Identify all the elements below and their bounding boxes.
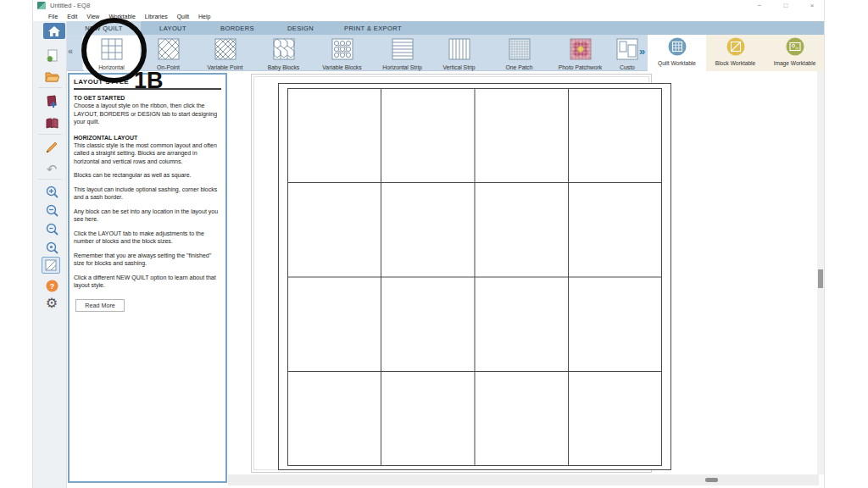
layout-one-patch-button[interactable]: One Patch	[491, 36, 548, 70]
menu-libraries[interactable]: Libraries	[145, 14, 168, 19]
layout-label: On-Point	[140, 64, 197, 70]
tab-print-export[interactable]: PRINT & EXPORT	[331, 21, 415, 35]
panel-title: LAYOUT STYLE	[74, 78, 221, 90]
layout-variable-blocks-button[interactable]: Variable Blocks	[314, 36, 370, 70]
menu-help[interactable]: Help	[198, 14, 210, 19]
panel-paragraph: Click a different NEW QUILT option to le…	[74, 274, 221, 290]
layout-label: Horizontal	[83, 64, 140, 70]
layout-label: Variable Blocks	[314, 64, 370, 70]
fine-grid-icon	[509, 38, 531, 60]
undo-button[interactable]: ↶	[44, 161, 59, 176]
zoom-in-icon	[46, 186, 58, 198]
tab-borders[interactable]: BORDERS	[205, 21, 270, 35]
left-toolbar: ↶	[33, 21, 67, 488]
toolbar-separator	[38, 179, 62, 180]
new-project-button[interactable]	[44, 48, 59, 64]
edit-tool-button[interactable]	[44, 140, 59, 155]
tab-design[interactable]: DESIGN	[270, 21, 331, 35]
horizontal-scrollbar[interactable]	[228, 474, 819, 485]
layout-label: Custo	[614, 64, 641, 70]
open-project-button[interactable]	[44, 69, 59, 85]
grid-3x3-icon	[101, 38, 123, 60]
gear-icon: ⚙	[46, 297, 58, 310]
horizontal-scrollbar-thumb[interactable]	[705, 478, 718, 482]
diagonal-lattice-icon	[158, 38, 180, 60]
block-worktable-button[interactable]: Block Worktable	[706, 35, 765, 71]
ribbon-tab-strip: NEW QUILT LAYOUT BORDERS DESIGN PRINT & …	[67, 21, 824, 35]
layout-baby-blocks-button[interactable]: Baby Blocks	[255, 36, 312, 70]
vertical-lines-icon	[448, 38, 470, 60]
menu-file[interactable]: File	[48, 14, 58, 19]
zoom-out-button[interactable]	[44, 202, 59, 218]
diamond-lattice-icon	[214, 38, 236, 60]
close-button[interactable]: ×	[807, 0, 817, 11]
vertical-scrollbar-thumb[interactable]	[818, 269, 823, 288]
quilt-worktable-icon	[667, 36, 687, 57]
panel-paragraph: Click the LAYOUT tab to make adjustments…	[74, 230, 221, 246]
window-controls: − □ ×	[754, 0, 817, 11]
panel-paragraph: Choose a layout style on the ribbon, the…	[74, 102, 221, 126]
quilt-canvas[interactable]	[228, 71, 819, 474]
view-sketchbook-button[interactable]	[44, 116, 59, 131]
zoom-out-alt-button[interactable]	[44, 221, 59, 236]
layout-horizontal-strip-button[interactable]: Horizontal Strip	[374, 36, 431, 70]
layout-label: Baby Blocks	[255, 64, 312, 70]
layout-label: Photo Patchwork	[552, 64, 609, 70]
menu-quilt[interactable]: Quilt	[177, 14, 189, 19]
layout-vertical-strip-button[interactable]: Vertical Strip	[431, 36, 487, 70]
home-button[interactable]	[43, 23, 65, 39]
tab-layout[interactable]: LAYOUT	[141, 21, 205, 35]
maximize-button[interactable]: □	[781, 0, 791, 11]
worktable-page-frame	[251, 74, 652, 473]
worktable-label: Block Worktable	[706, 60, 765, 66]
panel-heading: TO GET STARTED	[74, 95, 221, 101]
custom-set-partial-icon	[616, 38, 638, 60]
actual-size-button[interactable]	[44, 240, 59, 255]
image-worktable-button[interactable]: Image Worktable	[765, 35, 824, 71]
hexagon-pattern-icon	[273, 38, 295, 60]
layout-style-panel: LAYOUT STYLE TO GET STARTED Choose a lay…	[68, 73, 227, 483]
layout-photo-patchwork-button[interactable]: Photo Patchwork	[552, 36, 609, 70]
tab-new-quilt[interactable]: NEW QUILT	[67, 21, 141, 35]
save-to-sketchbook-button[interactable]	[44, 94, 59, 109]
dot-pattern-icon	[331, 38, 353, 60]
zoom-out-icon	[46, 204, 58, 217]
panel-paragraph: This layout can include optional sashing…	[74, 186, 221, 202]
svg-text:?: ?	[49, 281, 54, 291]
worktable-switcher: Quilt Worktable Block Worktable Image Wo…	[648, 35, 824, 71]
layout-label: Variable Point	[197, 64, 253, 70]
quilt-outline	[278, 83, 671, 470]
collapse-ribbon-chevron-icon[interactable]: «	[68, 46, 73, 56]
quilt-block-grid[interactable]	[287, 88, 662, 466]
image-worktable-icon	[785, 36, 805, 57]
toolbar-separator	[38, 134, 62, 135]
layout-label: Horizontal Strip	[374, 64, 431, 70]
layout-custom-set-button[interactable]: Custo	[614, 36, 641, 70]
read-more-button[interactable]: Read More	[75, 299, 125, 312]
zoom-in-button[interactable]	[44, 184, 59, 199]
layout-on-point-button[interactable]: On-Point	[140, 36, 197, 70]
fit-to-worktable-button[interactable]	[42, 257, 60, 274]
options-button[interactable]: ⚙	[44, 296, 59, 311]
window-title: Untitled - EQ8	[50, 2, 90, 9]
pencil-icon	[45, 141, 58, 154]
layout-label: One Patch	[491, 64, 548, 70]
panel-paragraph: This classic style is the most common la…	[74, 141, 221, 166]
minimize-button[interactable]: −	[754, 0, 765, 11]
app-logo-icon	[37, 2, 46, 9]
menu-view[interactable]: View	[86, 14, 99, 19]
worktable-label: Image Worktable	[765, 60, 824, 66]
panel-heading: HORIZONTAL LAYOUT	[74, 135, 221, 141]
layout-variable-point-button[interactable]: Variable Point	[197, 36, 253, 70]
help-button[interactable]: ?	[44, 278, 59, 293]
vertical-scrollbar[interactable]	[817, 71, 824, 474]
layout-label: Vertical Strip	[431, 64, 487, 70]
menu-worktable[interactable]: Worktable	[108, 14, 135, 19]
quilt-worktable-button[interactable]: Quilt Worktable	[648, 35, 706, 71]
overflow-chevron-icon[interactable]: »	[639, 45, 645, 58]
actual-size-icon	[46, 241, 58, 254]
undo-icon: ↶	[47, 163, 58, 175]
worktable-label: Quilt Worktable	[648, 60, 706, 66]
menu-edit[interactable]: Edit	[67, 14, 77, 19]
layout-horizontal-button[interactable]: Horizontal	[83, 36, 140, 70]
